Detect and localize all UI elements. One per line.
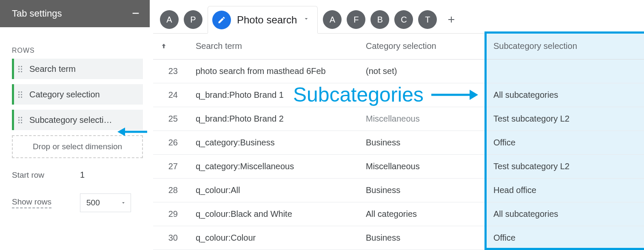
cell-search-term: q_colour:All	[189, 178, 359, 202]
sidebar-header[interactable]: Tab settings	[0, 0, 150, 27]
tab-circle[interactable]: A	[160, 10, 179, 29]
data-table: Search term Category selection Subcatego…	[153, 33, 644, 250]
cell-category: All categories	[359, 202, 487, 226]
table-header-row: Search term Category selection Subcatego…	[153, 34, 644, 59]
row-index: 28	[153, 178, 189, 202]
table-row[interactable]: 24q_brand:Photo Brand 1All subcategories	[153, 83, 644, 107]
table-row[interactable]: 30q_colour:ColourBusinessOffice	[153, 226, 644, 250]
active-tab-label: Photo search	[237, 14, 297, 26]
cell-search-term: q_category:Miscellaneous	[189, 154, 359, 178]
cell-subcategory: Test subcategory L2	[487, 107, 644, 131]
cell-search-term: q_category:Business	[189, 131, 359, 154]
show-rows-value: 500	[86, 198, 100, 207]
cell-search-term: photo search from masthead 6Feb	[189, 59, 359, 83]
row-chip-search-term[interactable]: Search term	[12, 59, 143, 79]
tab-circle[interactable]: T	[418, 10, 437, 29]
active-tab-photo-search[interactable]: Photo search	[208, 6, 318, 33]
tab-circle[interactable]: B	[370, 10, 389, 29]
cell-category: Miscellaneous	[359, 107, 487, 131]
row-index: 25	[153, 107, 189, 131]
table-row[interactable]: 27q_category:MiscellaneousMiscellaneousT…	[153, 154, 644, 178]
table-row[interactable]: 28q_colour:AllBusinessHead office	[153, 178, 644, 202]
rows-section-label: ROWS	[0, 27, 150, 59]
row-index: 23	[153, 59, 189, 83]
arrow-up-icon	[160, 43, 182, 50]
col-header-search-term[interactable]: Search term	[189, 34, 359, 59]
chevron-down-icon	[120, 200, 126, 206]
table-row[interactable]: 26q_category:BusinessBusinessOffice	[153, 131, 644, 154]
tab-circle[interactable]: P	[184, 10, 202, 29]
cell-search-term: q_brand:Photo Brand 2	[189, 107, 359, 131]
annotation-arrow-sidebar	[117, 125, 147, 141]
cell-category: Business	[359, 226, 487, 250]
collapse-icon[interactable]	[131, 7, 140, 20]
tabs-bar: A P Photo search A F B C T	[153, 0, 644, 33]
chevron-down-icon[interactable]	[303, 15, 310, 24]
row-index: 26	[153, 131, 189, 154]
table-row[interactable]: 25q_brand:Photo Brand 2MiscellaneousTest…	[153, 107, 644, 131]
show-rows-label: Show rows	[12, 197, 80, 208]
drag-handle-icon[interactable]	[18, 117, 24, 123]
drag-handle-icon[interactable]	[18, 91, 24, 98]
start-row-value[interactable]: 1	[80, 170, 85, 180]
show-rows-field: Show rows 500	[0, 193, 150, 212]
cell-category: Miscellaneous	[359, 154, 487, 178]
cell-subcategory: Test subcategory L2	[487, 154, 644, 178]
col-header-category[interactable]: Category selection	[359, 34, 487, 59]
cell-subcategory: Head office	[487, 178, 644, 202]
row-chip-label: Category selection	[29, 90, 143, 99]
start-row-label: Start row	[12, 170, 80, 180]
sidebar-title: Tab settings	[12, 8, 62, 19]
start-row-field: Start row 1	[0, 170, 150, 180]
cell-search-term: q_colour:Black and White	[189, 202, 359, 226]
main-area: A P Photo search A F B C T	[153, 0, 644, 250]
show-rows-select[interactable]: 500	[80, 193, 131, 212]
tab-circle[interactable]: F	[347, 10, 365, 29]
row-index: 27	[153, 154, 189, 178]
row-index: 30	[153, 226, 189, 250]
cell-category: Business	[359, 178, 487, 202]
svg-marker-2	[117, 128, 125, 136]
sort-arrow-header[interactable]	[153, 34, 189, 59]
cell-category: Business	[359, 131, 487, 154]
cell-search-term: q_brand:Photo Brand 1	[189, 83, 359, 107]
row-chip-label: Search term	[29, 64, 143, 74]
pencil-icon	[212, 11, 231, 29]
col-header-subcategory[interactable]: Subcategory selection	[487, 34, 644, 59]
table-row[interactable]: 29q_colour:Black and WhiteAll categories…	[153, 202, 644, 226]
tab-settings-sidebar: Tab settings ROWS Search term Category s…	[0, 0, 150, 250]
cell-category: (not set)	[359, 59, 487, 83]
tab-circle[interactable]: C	[394, 10, 413, 29]
cell-subcategory	[487, 59, 644, 83]
cell-subcategory: All subcategories	[487, 83, 644, 107]
row-chip-label: Subcategory selecti…	[29, 115, 143, 125]
cell-category	[359, 83, 487, 107]
table-row[interactable]: 23photo search from masthead 6Feb(not se…	[153, 59, 644, 83]
drop-zone-label: Drop or select dimension	[33, 142, 122, 151]
add-tab-button[interactable]	[442, 10, 461, 29]
tab-circle[interactable]: A	[323, 10, 342, 29]
svg-rect-0	[133, 13, 139, 14]
cell-search-term: q_colour:Colour	[189, 226, 359, 250]
row-index: 29	[153, 202, 189, 226]
cell-subcategory: Office	[487, 226, 644, 250]
row-index: 24	[153, 83, 189, 107]
cell-subcategory: All subcategories	[487, 202, 644, 226]
drag-handle-icon[interactable]	[18, 66, 24, 72]
row-chip-category-selection[interactable]: Category selection	[12, 84, 143, 105]
cell-subcategory: Office	[487, 131, 644, 154]
